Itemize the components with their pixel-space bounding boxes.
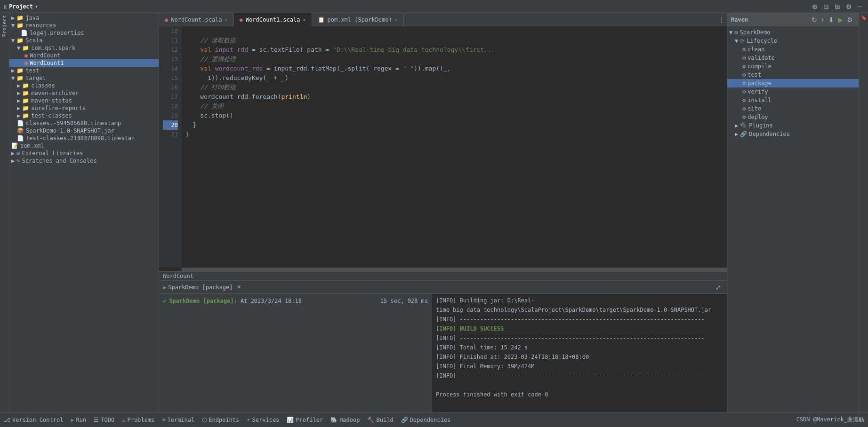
folder-icon: 📁: [22, 90, 29, 96]
maven-site[interactable]: ⚙ site: [727, 104, 859, 113]
maven-validate[interactable]: ⚙ validate: [727, 54, 859, 62]
tree-scratches-consoles[interactable]: ▶ ✎ Scratches and Consoles: [9, 157, 159, 165]
tab-pomxml[interactable]: 📋 pom.xml (SparkDemo) ✕: [312, 13, 404, 26]
tree-test-classes[interactable]: ▶ 📁 test-classes: [9, 112, 159, 119]
settings-btn[interactable]: ⚙: [844, 2, 854, 11]
tree-test-classes-timestamp[interactable]: 📄 test-classes.2138378098.timestan: [9, 134, 159, 142]
expand-icon: ▶: [11, 150, 15, 157]
maven-compile[interactable]: ⚙ compile: [727, 62, 859, 71]
tree-label: log4j.properties: [30, 30, 84, 36]
tab-wordcount1[interactable]: ◉ WordCount1.scala ✕: [234, 13, 312, 26]
tree-surefire-reports[interactable]: ▶ 📁 surefire-reports: [9, 104, 159, 112]
tree-label: SparkDemo-1.0-SNAPSHOT.jar: [26, 127, 114, 134]
close-tab2-btn[interactable]: ✕: [395, 17, 398, 22]
csdn-label: CSDN @Maverick_曲流觞: [796, 416, 864, 424]
maven-sparkdemo[interactable]: ▼ ⊞ SparkDemo: [727, 28, 859, 37]
maven-run-btn[interactable]: ▶: [836, 15, 845, 24]
tree-maven-status[interactable]: ▶ 📁 maven-status: [9, 97, 159, 104]
problems-icon: ⚠: [122, 417, 125, 423]
maven-header: Maven ↻ + ⬇ ▶ ⚙: [727, 13, 859, 26]
editor-content[interactable]: 10 11 12 13 14 15 16 17 18 19 20 21 // 读…: [159, 26, 727, 268]
tree-external-libraries[interactable]: ▶ ⊞ External Libraries: [9, 150, 159, 157]
statusbar-label: Run: [76, 417, 87, 423]
tab-menu-btn[interactable]: ⋮: [716, 15, 727, 24]
maven-settings-btn[interactable]: ⚙: [845, 15, 855, 24]
tree-target[interactable]: ▼ 📁 target: [9, 74, 159, 82]
tree-log4j[interactable]: 📄 log4j.properties: [9, 29, 159, 37]
folder-icon: 📁: [22, 82, 29, 89]
maven-verify[interactable]: ⚙ verify: [727, 87, 859, 96]
expand-icon: ▼: [735, 38, 738, 44]
endpoints-icon: ⬡: [202, 417, 207, 423]
statusbar-dependencies[interactable]: 🔗 Dependencies: [401, 417, 451, 423]
top-bar: ◧ Project ▾ ⊕ ⊟ ⊞ ⚙ ─: [0, 0, 868, 13]
maximize-panel-btn[interactable]: ⤢: [714, 283, 723, 292]
maven-label: install: [747, 97, 772, 103]
tree-wordcount[interactable]: ◉ WordCount: [9, 52, 159, 59]
tree-label: Scala: [25, 37, 42, 44]
maven-lifecycle[interactable]: ▼ ⟳ Lifecycle: [727, 37, 859, 45]
statusbar-todo[interactable]: ☰ TODO: [94, 417, 114, 423]
maven-dependencies[interactable]: ▶ 🔗 Dependencies: [727, 130, 859, 138]
maven-install[interactable]: ⚙ install: [727, 96, 859, 104]
run-tabs: ▶ SparkDemo [package] ✕ ⤢: [159, 281, 727, 294]
statusbar-terminal[interactable]: ⌨ Terminal: [162, 417, 194, 423]
editor-scrollbar[interactable]: [182, 268, 727, 271]
expand-icon: ▶: [17, 112, 20, 119]
expand-icon: ▶: [735, 131, 738, 137]
maven-refresh-btn[interactable]: ↻: [810, 15, 819, 24]
tree-com-qst-spark[interactable]: ▼ 📁 com.qst.spark: [9, 44, 159, 52]
statusbar-problems[interactable]: ⚠ Problems: [122, 417, 154, 423]
expand-icon: ▶: [735, 122, 738, 129]
add-module-btn[interactable]: ⊕: [810, 2, 820, 11]
tree-java[interactable]: ▶ 📁 java: [9, 14, 159, 22]
run-sidebar: ✔ SparkDemo [package]: At 2023/3/24 18:1…: [159, 294, 432, 412]
code-editor[interactable]: // 读取数据 val input_rdd = sc.textFile( pat…: [182, 26, 727, 268]
tree-test[interactable]: ▶ 📁 test: [9, 67, 159, 74]
maven-plugins[interactable]: ▶ 🔌 Plugins: [727, 121, 859, 130]
close-tab-btn[interactable]: ✕: [225, 17, 228, 22]
run-tab-label[interactable]: SparkDemo [package]: [168, 284, 233, 291]
statusbar-version-control[interactable]: ⎇ Version Control: [4, 417, 63, 423]
maven-clean[interactable]: ⚙ clean: [727, 45, 859, 54]
close-run-tab-btn[interactable]: ✕: [235, 283, 243, 291]
maven-test[interactable]: ⚙ test: [727, 71, 859, 79]
statusbar-run[interactable]: ▶ Run: [71, 417, 86, 423]
tree-scala[interactable]: ▼ 📁 Scala: [9, 37, 159, 44]
output-line-8: [INFO] ---------------------------------…: [436, 371, 723, 380]
folder-icon: 📁: [16, 75, 24, 81]
tree-resources[interactable]: ▼ 📁 resources: [9, 22, 159, 29]
tree-label: classes: [31, 82, 55, 89]
scala-tab-icon: ◉: [240, 16, 243, 23]
statusbar-services[interactable]: ⚡ Services: [247, 417, 279, 423]
folder-icon: 📁: [16, 67, 24, 74]
close-tab1-btn[interactable]: ✕: [303, 17, 305, 22]
tree-label: target: [25, 75, 46, 81]
tree-pom-xml[interactable]: 📝 pom.xml: [9, 142, 159, 150]
tree-maven-archiver[interactable]: ▶ 📁 maven-archiver: [9, 89, 159, 97]
tree-label: test: [25, 67, 39, 74]
maven-package[interactable]: ⚙ package: [727, 79, 859, 87]
tree-label: External Libraries: [22, 150, 83, 157]
maven-download-btn[interactable]: ⬇: [827, 15, 836, 24]
minimize-btn[interactable]: ─: [856, 2, 864, 11]
tree-label: pom.xml: [20, 142, 44, 149]
expand-all-btn[interactable]: ⊞: [833, 2, 842, 11]
tree-classes[interactable]: ▶ 📁 classes: [9, 82, 159, 89]
statusbar-build[interactable]: 🔨 Build: [367, 417, 393, 423]
dropdown-icon[interactable]: ▾: [35, 3, 38, 10]
statusbar-profiler[interactable]: 📊 Profiler: [287, 417, 323, 423]
tab-wordcount[interactable]: ◉ WordCount.scala ✕: [159, 13, 234, 26]
tree-classes-timestamp[interactable]: 📄 classes.-594505688.timestamp: [9, 119, 159, 127]
maven-deploy[interactable]: ⚙ deploy: [727, 113, 859, 121]
run-item[interactable]: ✔ SparkDemo [package]: At 2023/3/24 18:1…: [163, 296, 428, 306]
expand-icon: ▶: [17, 97, 20, 104]
collapse-all-btn[interactable]: ⊟: [821, 2, 831, 11]
tree-sparkdemo-jar[interactable]: 📦 SparkDemo-1.0-SNAPSHOT.jar: [9, 127, 159, 134]
statusbar-hadoop[interactable]: 🐘 Hadoop: [330, 417, 360, 423]
statusbar-endpoints[interactable]: ⬡ Endpoints: [202, 417, 239, 423]
expand-icon: ▶: [11, 158, 15, 164]
tree-wordcount1[interactable]: ◉ WordCount1: [9, 59, 159, 67]
run-output: [INFO] Building jar: D:\Real-time_big_da…: [432, 294, 727, 412]
maven-add-btn[interactable]: +: [819, 15, 827, 24]
